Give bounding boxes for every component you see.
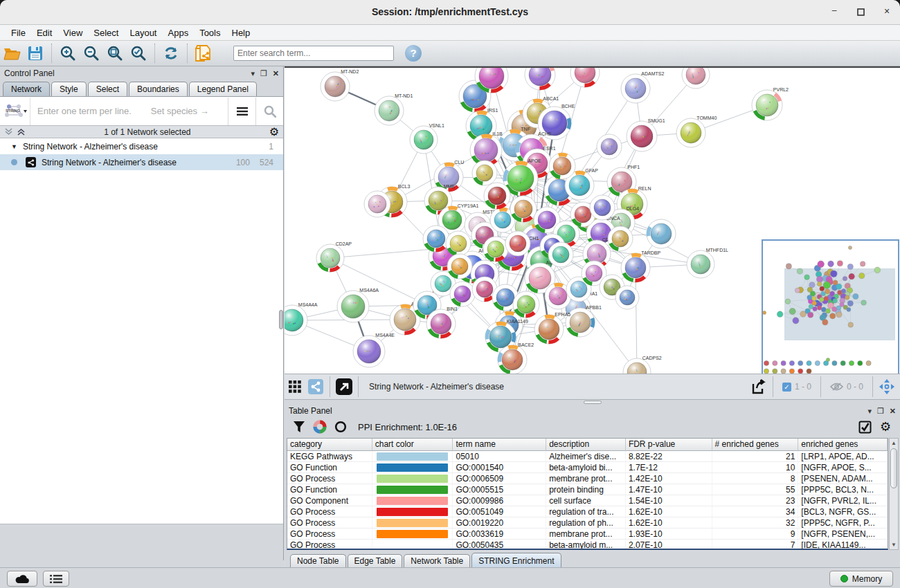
help-button[interactable]: ? [405, 45, 422, 62]
panel-splitter-handle[interactable] [279, 310, 283, 329]
string-protein-dropdown[interactable]: STRING [0, 98, 30, 125]
minimize-button[interactable]: – [827, 6, 842, 19]
network-node[interactable] [446, 231, 471, 256]
tab-legend-panel[interactable]: Legend Panel [189, 82, 257, 96]
network-node[interactable] [472, 160, 497, 185]
network-node[interactable] [484, 183, 510, 209]
column-header-description[interactable]: description [546, 439, 626, 451]
menu-select[interactable]: Select [88, 26, 124, 39]
tab-select[interactable]: Select [88, 82, 127, 96]
tab-style[interactable]: Style [51, 82, 87, 96]
table-row[interactable]: GO ComponentGO:0009986cell surface1.54E-… [287, 495, 888, 506]
network-node[interactable] [364, 191, 390, 217]
title-bar[interactable]: Session: /tmp/enrichmentTest.cys – × [0, 0, 900, 25]
network-node[interactable] [647, 219, 676, 248]
zoom-selected-button[interactable] [127, 43, 150, 64]
column-header-enriched-genes[interactable]: enriched genes [798, 439, 888, 451]
network-node[interactable] [483, 237, 508, 261]
network-node-MS4A4E[interactable]: MS4A4E [353, 333, 395, 367]
network-node[interactable] [615, 286, 639, 309]
column-header-term-name[interactable]: term name [453, 439, 546, 451]
column-header--enriched-genes[interactable]: # enriched genes [712, 439, 799, 451]
set-species-label[interactable]: Set species → [151, 106, 228, 116]
network-from-file-button[interactable] [192, 43, 215, 64]
table-row[interactable]: GO ProcessGO:0051049regulation of tra...… [287, 506, 888, 517]
network-node-EPHA5[interactable]: EPHA5 [534, 312, 570, 344]
table-row[interactable]: GO FunctionGO:0005515protein binding1.47… [287, 484, 888, 495]
tab-node-table[interactable]: Node Table [290, 554, 346, 567]
network-node[interactable] [450, 282, 475, 306]
expander-icon[interactable]: ▼ [11, 143, 17, 150]
network-node-MTHFD1L[interactable]: MTHFD1L [687, 248, 728, 278]
tab-boundaries[interactable]: Boundaries [129, 82, 188, 96]
expand-all-icon[interactable] [17, 127, 26, 136]
network-node[interactable] [505, 231, 530, 256]
ring-button[interactable] [330, 417, 351, 437]
network-collection-row[interactable]: ▼ String Network - Alzheimer's disease 1 [0, 138, 283, 154]
scroll-up-icon[interactable]: ▲ [890, 439, 898, 448]
close-panel-icon[interactable]: ✕ [890, 407, 896, 416]
zoom-in-button[interactable] [56, 43, 80, 64]
float-panel-icon[interactable]: ❒ [260, 69, 267, 78]
horizontal-splitter[interactable] [285, 400, 900, 405]
scrollbar-thumb[interactable] [890, 448, 897, 488]
close-button[interactable]: × [879, 6, 894, 19]
network-node[interactable] [548, 242, 573, 267]
save-session-button[interactable] [24, 43, 47, 64]
menu-file[interactable]: File [6, 26, 31, 39]
refresh-button[interactable] [159, 43, 183, 64]
tab-string-enrichment[interactable]: STRING Enrichment [471, 553, 561, 567]
menu-layout[interactable]: Layout [124, 26, 162, 39]
export-network-button[interactable] [748, 377, 769, 396]
menu-apps[interactable]: Apps [163, 26, 195, 39]
pan-mode-button[interactable] [876, 377, 897, 396]
table-row[interactable]: GO FunctionGO:0001540beta-amyloid bi...1… [287, 462, 888, 473]
open-session-button[interactable] [0, 43, 24, 64]
network-node[interactable] [570, 68, 600, 87]
network-row[interactable]: String Network - Alzheimer's disease 100… [0, 154, 283, 170]
menu-tools[interactable]: Tools [194, 26, 226, 39]
network-node-CADPS2[interactable]: CADPS2 [623, 356, 662, 374]
network-node-PVRL2[interactable]: PVRL2 [752, 87, 789, 120]
network-node[interactable] [597, 134, 622, 159]
tab-network-table[interactable]: Network Table [404, 554, 470, 567]
memory-button[interactable]: Memory [829, 571, 893, 587]
table-row[interactable]: GO ProcessGO:0033619membrane prot...1.93… [287, 529, 888, 540]
tab-edge-table[interactable]: Edge Table [348, 554, 403, 567]
network-node[interactable] [423, 226, 449, 252]
network-node[interactable] [447, 254, 472, 279]
network-node-VSNL1[interactable]: VSNL1 [410, 123, 444, 154]
cloud-tasks-button[interactable] [7, 571, 37, 587]
panel-menu-icon[interactable]: ▾ [251, 69, 255, 78]
settings-button[interactable]: ⚙ [875, 417, 896, 437]
task-history-button[interactable] [43, 571, 69, 587]
birdseye-toggle-button[interactable] [305, 377, 326, 396]
network-options-gear-icon[interactable]: ⚙ [269, 127, 279, 137]
network-node[interactable] [590, 195, 615, 220]
float-panel-icon[interactable]: ❒ [877, 407, 884, 416]
network-node[interactable] [549, 153, 575, 179]
maximize-button[interactable] [853, 6, 868, 19]
network-node-TOMM40[interactable]: TOMM40 [676, 116, 717, 147]
string-query-placeholder[interactable]: Enter one term per line. [37, 106, 132, 116]
column-header-FDR-p-value[interactable]: FDR p-value [626, 439, 712, 451]
table-row[interactable]: KEGG Pathways05010Alzheimer's dise...8.8… [287, 451, 888, 462]
scroll-down-icon[interactable]: ▼ [890, 540, 898, 549]
birds-eye-view[interactable] [762, 239, 899, 376]
enrichment-table[interactable]: categorychart colorterm namedescriptionF… [287, 438, 888, 550]
network-node[interactable] [525, 68, 555, 90]
zoom-fit-button[interactable] [103, 43, 127, 64]
network-node-MT-ND2[interactable]: MT-ND2 [321, 69, 359, 101]
string-options-button[interactable] [228, 98, 255, 125]
network-node-MT-ND1[interactable]: MT-ND1 [375, 93, 413, 125]
column-header-chart-color[interactable]: chart color [372, 439, 453, 451]
close-panel-icon[interactable]: ✕ [273, 69, 279, 78]
string-search-button[interactable] [255, 98, 283, 125]
search-input[interactable] [233, 46, 394, 61]
column-header-category[interactable]: category [287, 439, 372, 451]
network-node-ADAMTS2[interactable]: ADAMTS2 [621, 71, 664, 103]
collapse-all-icon[interactable] [4, 127, 13, 136]
network-node-MS4A6A[interactable]: MS4A6A [337, 288, 379, 322]
menu-help[interactable]: Help [226, 26, 256, 39]
network-node[interactable] [608, 226, 633, 251]
